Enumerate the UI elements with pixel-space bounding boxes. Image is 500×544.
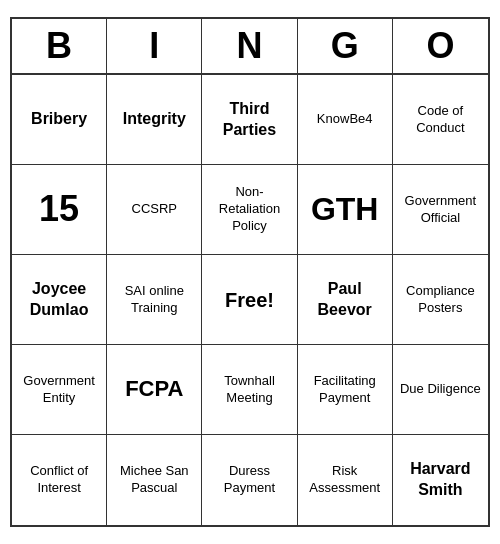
bingo-grid: BriberyIntegrityThird PartiesKnowBe4Code…: [12, 75, 488, 525]
bingo-cell-19: Due Diligence: [393, 345, 488, 435]
bingo-cell-6: CCSRP: [107, 165, 202, 255]
cell-text-3: KnowBe4: [317, 111, 373, 128]
bingo-cell-20: Conflict of Interest: [12, 435, 107, 525]
bingo-cell-10: Joycee Dumlao: [12, 255, 107, 345]
bingo-cell-4: Code of Conduct: [393, 75, 488, 165]
cell-text-21: Michee San Pascual: [111, 463, 197, 497]
cell-text-11: SAI online Training: [111, 283, 197, 317]
bingo-cell-0: Bribery: [12, 75, 107, 165]
bingo-cell-2: Third Parties: [202, 75, 297, 165]
cell-text-24: Harvard Smith: [397, 459, 484, 501]
cell-text-19: Due Diligence: [400, 381, 481, 398]
cell-text-12: Free!: [225, 287, 274, 313]
cell-text-16: FCPA: [125, 375, 183, 404]
cell-text-9: Government Official: [397, 193, 484, 227]
header-letter-B: B: [12, 19, 107, 73]
bingo-cell-18: Facilitating Payment: [298, 345, 393, 435]
bingo-cell-16: FCPA: [107, 345, 202, 435]
cell-text-23: Risk Assessment: [302, 463, 388, 497]
cell-text-20: Conflict of Interest: [16, 463, 102, 497]
bingo-cell-1: Integrity: [107, 75, 202, 165]
header-letter-O: O: [393, 19, 488, 73]
cell-text-18: Facilitating Payment: [302, 373, 388, 407]
bingo-cell-23: Risk Assessment: [298, 435, 393, 525]
bingo-cell-13: Paul Beevor: [298, 255, 393, 345]
cell-text-17: Townhall Meeting: [206, 373, 292, 407]
cell-text-4: Code of Conduct: [397, 103, 484, 137]
bingo-cell-9: Government Official: [393, 165, 488, 255]
cell-text-8: GTH: [311, 189, 379, 231]
cell-text-14: Compliance Posters: [397, 283, 484, 317]
bingo-cell-3: KnowBe4: [298, 75, 393, 165]
bingo-cell-5: 15: [12, 165, 107, 255]
bingo-card: BINGO BriberyIntegrityThird PartiesKnowB…: [10, 17, 490, 527]
cell-text-2: Third Parties: [206, 99, 292, 141]
bingo-cell-15: Government Entity: [12, 345, 107, 435]
header-letter-N: N: [202, 19, 297, 73]
bingo-cell-12: Free!: [202, 255, 297, 345]
bingo-cell-21: Michee San Pascual: [107, 435, 202, 525]
cell-text-6: CCSRP: [132, 201, 178, 218]
header-letter-G: G: [298, 19, 393, 73]
cell-text-0: Bribery: [31, 109, 87, 130]
cell-text-22: Duress Payment: [206, 463, 292, 497]
bingo-cell-11: SAI online Training: [107, 255, 202, 345]
bingo-cell-7: Non-Retaliation Policy: [202, 165, 297, 255]
cell-text-7: Non-Retaliation Policy: [206, 184, 292, 235]
cell-text-10: Joycee Dumlao: [16, 279, 102, 321]
bingo-cell-8: GTH: [298, 165, 393, 255]
bingo-cell-14: Compliance Posters: [393, 255, 488, 345]
bingo-header: BINGO: [12, 19, 488, 75]
bingo-cell-24: Harvard Smith: [393, 435, 488, 525]
cell-text-1: Integrity: [123, 109, 186, 130]
bingo-cell-22: Duress Payment: [202, 435, 297, 525]
cell-text-5: 15: [39, 186, 79, 233]
cell-text-15: Government Entity: [16, 373, 102, 407]
cell-text-13: Paul Beevor: [302, 279, 388, 321]
bingo-cell-17: Townhall Meeting: [202, 345, 297, 435]
header-letter-I: I: [107, 19, 202, 73]
